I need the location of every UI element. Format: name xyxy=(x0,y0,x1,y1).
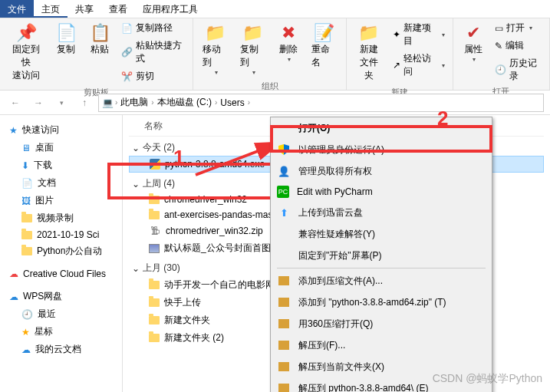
archive-icon xyxy=(277,317,291,331)
ctx-run-as-admin[interactable]: 以管理员身份运行(A) xyxy=(271,139,492,160)
zip-icon: 🗜 xyxy=(149,225,161,237)
sidebar-downloads[interactable]: ⬇下载 xyxy=(0,156,122,174)
ctx-open[interactable]: 打开(O) xyxy=(271,117,492,139)
sidebar-star[interactable]: ★星标 xyxy=(0,323,122,341)
nav-up-button[interactable]: ↑ xyxy=(75,94,94,112)
moveto-button[interactable]: 📁移动到▾ xyxy=(198,20,232,79)
paste-shortcut-button[interactable]: 🔗粘贴快捷方式 xyxy=(118,38,188,67)
pin-icon: 📌 xyxy=(16,23,37,43)
newitem-icon: ✦ xyxy=(393,29,400,40)
column-name[interactable]: 名称 xyxy=(144,120,163,133)
context-menu: 打开(O) 以管理员身份运行(A) 👤管理员取得所有权 PCEdit with … xyxy=(270,117,492,392)
sidebar-desktop[interactable]: 🖥桌面 xyxy=(0,139,122,156)
sidebar-creative-cloud[interactable]: ☁Creative Cloud Files xyxy=(0,266,122,282)
delete-icon: ✖ xyxy=(282,23,295,43)
pin-button[interactable]: 📌固定到快 速访问 xyxy=(5,20,48,85)
title-tabs: 文件 主页 共享 查看 应用程序工具 xyxy=(0,0,550,18)
history-icon: 🕘 xyxy=(495,64,506,75)
ctx-admin-own[interactable]: 👤管理员取得所有权 xyxy=(271,160,492,182)
pc-icon: 💻 xyxy=(102,97,114,108)
folder-icon xyxy=(21,247,32,255)
tab-file[interactable]: 文件 xyxy=(0,0,34,18)
easy-icon: ↗ xyxy=(393,60,400,71)
ctx-unzip-to[interactable]: 解压到(F)... xyxy=(271,334,492,356)
blank-icon xyxy=(277,249,291,262)
sidebar-recent[interactable]: 🕘最近 xyxy=(0,305,122,323)
tab-share[interactable]: 共享 xyxy=(68,0,101,18)
ctx-add-archive[interactable]: 添加到压缩文件(A)... xyxy=(271,270,492,292)
cloud-icon: ☁ xyxy=(9,268,18,279)
sidebar-pictures[interactable]: 🖼图片 xyxy=(0,192,122,209)
watermark: CSDN @蚂蚁学Python xyxy=(433,372,542,386)
chevron-down-icon: ⌄ xyxy=(132,143,140,153)
star-icon: ★ xyxy=(9,125,18,136)
new-folder-button[interactable]: 📁新建 文件夹 xyxy=(351,20,387,85)
sidebar-myfiles[interactable]: ☁我的云文档 xyxy=(0,341,122,358)
python-icon xyxy=(150,159,160,170)
edit-button[interactable]: ✎编辑 xyxy=(492,38,545,54)
person-icon: 👤 xyxy=(277,164,291,178)
blank-icon xyxy=(277,227,291,241)
folder-icon xyxy=(21,214,32,222)
folder-icon xyxy=(149,211,160,219)
rename-button[interactable]: 📝重命名 xyxy=(307,20,341,72)
nav-back-button[interactable]: ← xyxy=(6,94,25,112)
nav-forward-button[interactable]: → xyxy=(29,94,48,112)
sidebar-documents[interactable]: 📄文档 xyxy=(0,174,122,192)
sidebar-wps[interactable]: ☁WPS网盘 xyxy=(0,288,122,305)
chevron-down-icon: ⌄ xyxy=(132,263,140,274)
history-button[interactable]: 🕘历史记录 xyxy=(492,55,545,84)
tab-home[interactable]: 主页 xyxy=(34,0,68,18)
folder-icon xyxy=(149,334,160,342)
cut-icon: ✂️ xyxy=(121,71,133,82)
sidebar-quick-access[interactable]: ★快速访问 xyxy=(0,121,122,139)
copyto-button[interactable]: 📁复制到▾ xyxy=(235,20,270,79)
delete-button[interactable]: ✖删除▾ xyxy=(273,20,304,66)
properties-button[interactable]: ✔属性▾ xyxy=(458,20,489,66)
breadcrumb-disk[interactable]: 本地磁盘 (C:) xyxy=(156,96,213,109)
ctx-compat[interactable]: 兼容性疑难解答(Y) xyxy=(271,223,492,245)
cut-button[interactable]: ✂️剪切 xyxy=(118,68,188,84)
archive-icon xyxy=(277,360,291,374)
nav-recent-button[interactable]: ▾ xyxy=(52,94,71,112)
sidebar-f1[interactable]: 2021-10-19 Sci xyxy=(0,227,122,242)
tab-view[interactable]: 查看 xyxy=(101,0,135,18)
shortcut-icon: 🔗 xyxy=(121,47,133,58)
download-icon: ⬇ xyxy=(21,160,29,171)
ribbon-label-organize: 组织 xyxy=(198,79,341,94)
chevron-down-icon: ⌄ xyxy=(132,179,140,189)
ctx-add-named[interactable]: 添加到 "python-3.8.8-amd64.zip" (T) xyxy=(271,292,492,313)
folder-icon xyxy=(149,316,160,324)
archive-icon xyxy=(277,381,291,392)
sidebar-f2[interactable]: Python办公自动 xyxy=(0,242,122,260)
breadcrumb-pc[interactable]: 此电脑 xyxy=(119,96,150,109)
annotation-label-1: 1 xyxy=(173,146,184,170)
folder-icon xyxy=(149,196,160,204)
shield-icon xyxy=(277,143,291,156)
easy-access-button[interactable]: ↗轻松访问▾ xyxy=(390,51,448,80)
archive-icon xyxy=(277,295,291,309)
star2-icon: ★ xyxy=(21,327,30,338)
wps-icon: ☁ xyxy=(9,292,18,302)
ctx-360zip[interactable]: 用360压缩打开(Q) xyxy=(271,313,492,334)
new-item-button[interactable]: ✦新建项目▾ xyxy=(390,20,448,49)
moveto-icon: 📁 xyxy=(205,23,226,43)
sidebar: ★快速访问 🖥桌面 ⬇下载 📄文档 🖼图片 视频录制 2021-10-19 Sc… xyxy=(0,115,123,392)
ctx-pycharm[interactable]: PCEdit with PyCharm xyxy=(271,182,492,202)
pic-icon: 🖼 xyxy=(21,196,31,206)
sidebar-video[interactable]: 视频录制 xyxy=(0,209,122,227)
folder-icon xyxy=(149,298,160,307)
ctx-pinstart[interactable]: 固定到"开始"屏幕(P) xyxy=(271,245,492,266)
paste-icon: 📋 xyxy=(90,23,110,43)
doc-icon: 📄 xyxy=(21,178,33,189)
paste-button[interactable]: 📋粘贴 xyxy=(84,20,115,59)
open-button[interactable]: ▭打开▾ xyxy=(492,20,545,36)
props-icon: ✔ xyxy=(466,23,480,43)
breadcrumb-users[interactable]: Users xyxy=(219,97,245,108)
ctx-xunlei[interactable]: ⬆上传到迅雷云盘 xyxy=(271,202,492,223)
copy-path-button[interactable]: 📄复制路径 xyxy=(118,20,188,36)
pycharm-icon: PC xyxy=(277,186,289,198)
tab-apptools[interactable]: 应用程序工具 xyxy=(135,0,206,18)
folder-icon xyxy=(149,281,160,289)
copy-button[interactable]: 📄复制 xyxy=(51,20,81,59)
